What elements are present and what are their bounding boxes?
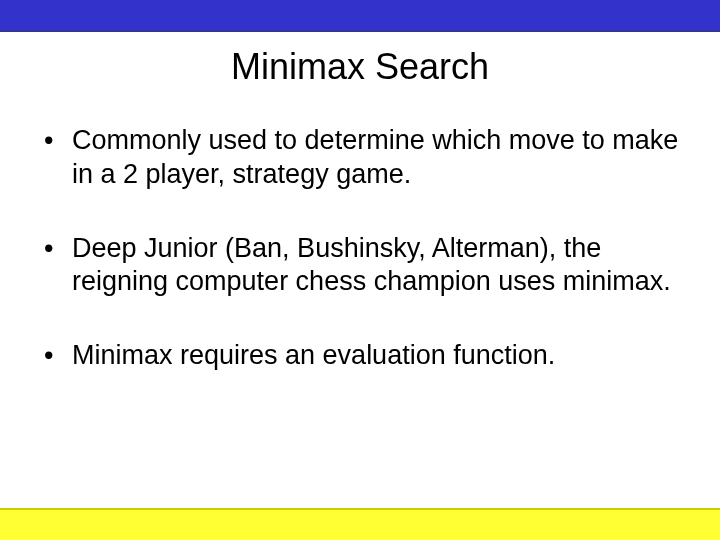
bottom-bar bbox=[0, 508, 720, 540]
list-item: Deep Junior (Ban, Bushinsky, Alterman), … bbox=[44, 232, 684, 300]
slide-content: Commonly used to determine which move to… bbox=[0, 124, 720, 373]
list-item: Minimax requires an evaluation function. bbox=[44, 339, 684, 373]
bullet-list: Commonly used to determine which move to… bbox=[44, 124, 684, 373]
top-bar bbox=[0, 0, 720, 32]
list-item: Commonly used to determine which move to… bbox=[44, 124, 684, 192]
slide-title: Minimax Search bbox=[0, 46, 720, 88]
